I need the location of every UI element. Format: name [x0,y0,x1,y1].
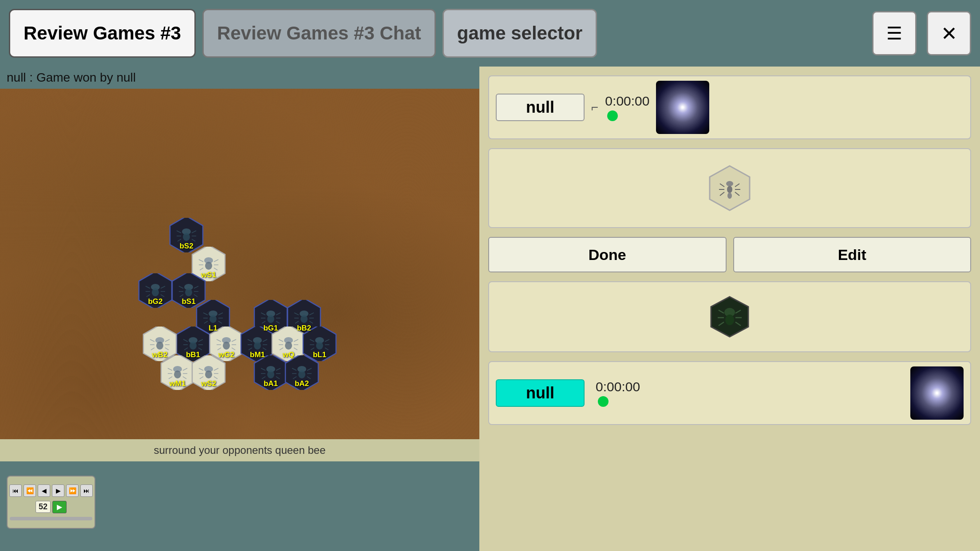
svg-point-13 [183,233,190,241]
right-panel: null ⌐ 0:00:00 Done Edit [479,67,980,551]
svg-point-130 [174,370,181,378]
player2-time: 0:00:00 [596,379,640,394]
player2-galaxy-img [910,366,964,420]
player1-galaxy-img [656,81,709,134]
top-bar: Review Games #3 Review Games #3 Chat gam… [0,0,980,67]
action-buttons: Done Edit [488,237,971,272]
tooltip-text: surround your opponents queen bee [154,444,326,457]
tab-review-games[interactable]: Review Games #3 [9,9,196,58]
svg-point-176 [725,315,734,325]
svg-point-157 [298,370,305,378]
pb-prev[interactable]: ◀ [38,484,50,497]
svg-point-121 [316,342,323,350]
hex-piece-wS2[interactable]: wS2 [189,355,229,390]
svg-point-76 [223,342,230,350]
svg-point-94 [300,315,308,323]
piece-display [488,281,971,352]
pb-last[interactable]: ⏭ [80,484,93,497]
svg-point-167 [727,193,732,199]
piece-preview-svg [705,295,754,339]
player2-card: null 0:00:00 [488,361,971,425]
game-status-text: null : Game won by null [7,71,136,85]
svg-point-139 [205,370,212,378]
menu-button[interactable]: ☰ [872,11,917,55]
close-icon: ✕ [941,22,957,45]
player1-card: null ⌐ 0:00:00 [488,75,971,139]
svg-point-49 [209,315,217,323]
tab-game-selector[interactable]: game selector [443,9,597,58]
pb-progress[interactable] [10,517,92,520]
player2-avatar [910,366,964,420]
player1-dot [607,110,618,121]
svg-point-58 [190,342,197,350]
done-button[interactable]: Done [488,237,727,272]
hex-piece-bA2[interactable]: bA2 [282,355,322,390]
svg-point-165 [726,181,733,186]
board-tooltip: surround your opponents queen bee [0,439,479,461]
pb-play[interactable]: ▶ [52,501,67,513]
pb-next-fast[interactable]: ⏩ [66,484,79,497]
status-bar: null : Game won by null [0,67,479,89]
edit-button[interactable]: Edit [733,237,972,272]
svg-point-67 [156,342,163,350]
player1-time: 0:00:00 [605,94,649,109]
hex-container: bS2 wS1 [0,89,479,461]
svg-point-112 [285,342,292,350]
player1-name-btn[interactable]: null [496,94,585,121]
svg-point-103 [254,342,261,350]
pb-prev-fast[interactable]: ⏪ [24,484,36,497]
tile-preview-svg [703,164,756,213]
player1-arrow: ⌐ [591,100,598,114]
svg-point-85 [267,315,274,323]
menu-icon: ☰ [886,23,902,43]
svg-point-22 [205,262,212,270]
tile-display [488,148,971,228]
player2-dot [598,396,609,407]
pb-counter: 52 [36,501,51,513]
svg-point-31 [152,288,159,296]
svg-point-148 [267,370,274,378]
pb-next[interactable]: ▶ [52,484,64,497]
board-area[interactable]: bS2 wS1 [0,89,479,461]
player2-name-btn[interactable]: null [496,379,585,407]
playback-controls: ⏮ ⏪ ◀ ▶ ⏩ ⏭ 52 ▶ [7,476,95,529]
svg-point-40 [185,288,192,296]
player1-avatar [656,81,709,134]
svg-point-166 [727,186,732,193]
close-button[interactable]: ✕ [927,11,971,55]
tab-chat[interactable]: Review Games #3 Chat [202,9,436,58]
pb-first[interactable]: ⏮ [9,484,22,497]
